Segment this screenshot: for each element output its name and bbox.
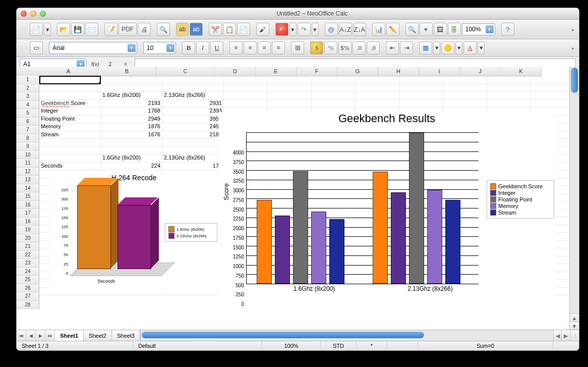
cell[interactable]: [224, 99, 268, 108]
cell[interactable]: [356, 91, 399, 100]
dec-indent-button[interactable]: ⇤: [386, 41, 399, 55]
row-header[interactable]: 9: [17, 142, 39, 151]
horizontal-scrollbar[interactable]: ◀ ▶ ⋮: [140, 330, 579, 341]
col-header[interactable]: C: [156, 67, 215, 76]
row-header[interactable]: 10: [17, 151, 39, 160]
chart-geekbench[interactable]: Geekbench Results Score 0250500750100012…: [218, 112, 555, 299]
row-header[interactable]: 21: [17, 242, 39, 251]
styles-button[interactable]: ▭: [30, 41, 43, 55]
sort-asc-button[interactable]: A↓Z: [339, 23, 352, 36]
cell[interactable]: [531, 76, 570, 84]
cell[interactable]: [399, 84, 443, 92]
percent-button[interactable]: %: [324, 41, 337, 55]
email-button[interactable]: ✉️: [85, 23, 98, 36]
cell[interactable]: [312, 91, 356, 100]
status-mode[interactable]: STD: [321, 341, 357, 350]
scroll-thumb[interactable]: [142, 332, 424, 338]
open-button[interactable]: 📂: [57, 23, 70, 36]
font-select[interactable]: Arial ▼: [49, 42, 137, 54]
row-header[interactable]: 25: [17, 276, 39, 284]
chart-h264[interactable]: H.264 Recode 0255075100125150175200225 S…: [49, 173, 218, 291]
cell[interactable]: 171: [162, 162, 224, 171]
cell[interactable]: 2.13Ghz (8x266): [162, 154, 224, 163]
borders-button[interactable]: ▦: [419, 41, 432, 55]
col-header[interactable]: H: [378, 67, 419, 76]
cell[interactable]: [487, 76, 531, 84]
cell[interactable]: [39, 146, 101, 155]
status-zoom[interactable]: 100%: [262, 341, 321, 350]
zoom-icon[interactable]: [40, 11, 46, 17]
sheet-tab[interactable]: Sheet1: [55, 330, 84, 341]
col-header[interactable]: K: [501, 67, 542, 76]
row-header[interactable]: 11: [17, 159, 39, 168]
cell[interactable]: Integer: [39, 107, 101, 116]
row-header[interactable]: 4: [17, 101, 39, 110]
navigator-button[interactable]: ✦: [420, 23, 433, 36]
titlebar[interactable]: Untitled2 – NeoOffice Calc: [17, 8, 579, 20]
gallery-button[interactable]: 🖼: [434, 23, 447, 36]
cell[interactable]: [162, 138, 224, 147]
toolbar-grip[interactable]: ⋮⋮: [20, 45, 29, 50]
new-doc-menu[interactable]: ▾: [44, 23, 51, 36]
zoom-select[interactable]: 100% ▼: [462, 23, 495, 35]
row-header[interactable]: 2: [17, 84, 39, 93]
close-icon[interactable]: [21, 11, 27, 17]
cell[interactable]: Memory: [39, 123, 101, 131]
vertical-scrollbar[interactable]: ▲ ▼: [569, 67, 579, 330]
scroll-down-icon[interactable]: ▼: [570, 322, 579, 330]
minimize-icon[interactable]: [30, 11, 36, 17]
cell[interactable]: [443, 99, 487, 108]
font-size-select[interactable]: 10 ▼: [143, 42, 176, 54]
preview-button[interactable]: 🔍: [157, 23, 170, 36]
edit-button[interactable]: 📝: [104, 23, 117, 36]
row-header[interactable]: 18: [17, 218, 39, 226]
cell[interactable]: [39, 138, 101, 147]
font-color-menu[interactable]: ▾: [478, 41, 485, 55]
cell[interactable]: 2.13Ghz (8x266): [162, 91, 224, 100]
row-header[interactable]: 8: [17, 134, 39, 143]
toolbar-overflow[interactable]: ▸: [570, 43, 576, 53]
cell[interactable]: 2457: [162, 123, 224, 131]
format-paint-button[interactable]: 🖌: [256, 23, 269, 36]
cell[interactable]: Stream: [39, 131, 101, 139]
underline-button[interactable]: U: [210, 41, 223, 55]
cell[interactable]: [356, 84, 399, 92]
row-header[interactable]: 26: [17, 284, 39, 293]
cell[interactable]: 3954: [162, 115, 224, 124]
cell[interactable]: [268, 99, 312, 108]
undo-menu[interactable]: ▾: [289, 23, 297, 36]
col-header[interactable]: A: [39, 67, 98, 76]
row-header[interactable]: 12: [17, 168, 39, 176]
align-left-button[interactable]: ≡: [229, 41, 243, 55]
redo-button[interactable]: ↷: [298, 23, 311, 36]
cell[interactable]: 2931: [162, 99, 224, 108]
row-header[interactable]: 7: [17, 126, 39, 134]
cell[interactable]: [224, 84, 268, 92]
cell[interactable]: [312, 99, 356, 108]
help-button[interactable]: ?: [501, 23, 514, 36]
datasources-button[interactable]: 🗄: [448, 23, 461, 36]
row-headers[interactable]: 1234567891011121314151617181920212223242…: [17, 76, 39, 330]
col-header[interactable]: E: [256, 67, 297, 76]
print-button[interactable]: 🖨: [138, 23, 151, 36]
status-style[interactable]: Default: [133, 341, 262, 350]
redo-menu[interactable]: ▾: [312, 23, 319, 36]
cell[interactable]: [531, 99, 570, 108]
row-header[interactable]: 13: [17, 176, 39, 184]
cell[interactable]: 1876: [101, 123, 162, 131]
cell[interactable]: [39, 76, 101, 84]
tab-nav-last[interactable]: ⏭: [45, 330, 55, 341]
tab-nav-prev[interactable]: ◀: [26, 330, 36, 341]
bold-button[interactable]: B: [182, 41, 195, 55]
row-header[interactable]: 6: [17, 118, 39, 126]
hyperlink-button[interactable]: @: [325, 23, 338, 36]
merge-cells-button[interactable]: ⊞: [291, 41, 304, 55]
scroll-thumb[interactable]: [571, 68, 578, 93]
borders-menu[interactable]: ▾: [433, 41, 440, 55]
cell[interactable]: [268, 91, 312, 100]
cell[interactable]: 2193: [101, 99, 162, 108]
cell[interactable]: [268, 76, 312, 84]
cell[interactable]: [443, 91, 487, 100]
add-decimal-button[interactable]: .0: [352, 41, 366, 55]
cell[interactable]: [312, 76, 356, 84]
